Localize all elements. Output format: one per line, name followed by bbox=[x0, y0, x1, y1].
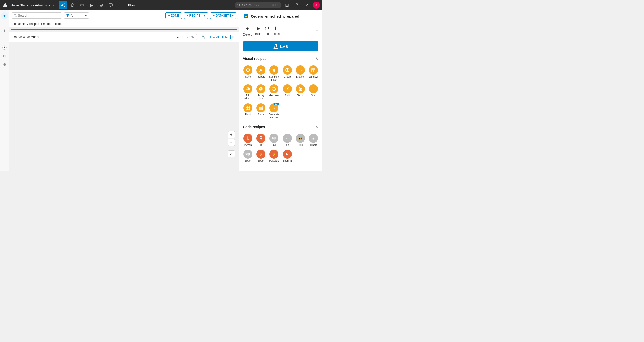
nav-help[interactable]: ? bbox=[293, 1, 301, 9]
model-link[interactable]: 1 model bbox=[41, 22, 51, 26]
canvas-wrap[interactable]: 📁 Orders 📁 Orders bbox=[11, 29, 237, 30]
code-recipes-header: Code recipes ∧ bbox=[239, 122, 322, 132]
recipe-sparkr[interactable]: R Spark R bbox=[281, 149, 293, 163]
recipe-pyspark[interactable]: ⚡ PySpark bbox=[268, 149, 280, 163]
recipe-sample-filter[interactable]: Sample / Filter bbox=[268, 64, 280, 82]
recipe-r[interactable]: R R bbox=[255, 133, 267, 148]
zoom-out-btn[interactable]: − bbox=[228, 139, 235, 146]
recipe-stack[interactable]: Stack bbox=[255, 102, 267, 120]
search-wrap[interactable] bbox=[12, 12, 62, 19]
visual-recipes-title: Visual recipes bbox=[243, 57, 266, 61]
add-dataset-caret[interactable]: ▾ bbox=[230, 14, 234, 17]
group-icon bbox=[283, 65, 292, 75]
flow-actions-label: FLOW ACTIONS bbox=[207, 35, 229, 39]
nav-play[interactable]: ▶ bbox=[88, 1, 96, 9]
spark-orange-icon: ⚡ bbox=[256, 150, 265, 159]
recipe-hive[interactable]: 🐝 Hive bbox=[294, 133, 306, 148]
preview-btn[interactable]: ▲ PREVIEW bbox=[174, 34, 197, 40]
add-zone-btn[interactable]: + ZONE bbox=[165, 12, 182, 19]
recipe-split[interactable]: Split bbox=[281, 83, 293, 101]
nav-external[interactable]: ↗ bbox=[303, 1, 311, 9]
nav-globe[interactable] bbox=[68, 1, 76, 9]
recipe-spark-gray[interactable]: SQL Spark bbox=[242, 149, 254, 163]
build-label: Build bbox=[255, 32, 261, 35]
python-icon: 🐍 bbox=[243, 134, 252, 143]
recipe-geo-join[interactable]: Geo join bbox=[268, 83, 280, 101]
filter-label: All bbox=[71, 14, 74, 17]
preview-label: PREVIEW bbox=[180, 35, 194, 39]
recipe-pivot[interactable]: Pivot bbox=[242, 102, 254, 120]
svg-marker-17 bbox=[66, 14, 69, 17]
nav-more[interactable]: ··· bbox=[116, 1, 124, 9]
topbar: Haiku Starter for Administrator </> ▶ ··… bbox=[0, 0, 322, 10]
recipe-join[interactable]: Join with… bbox=[242, 83, 254, 101]
svg-text:📁: 📁 bbox=[245, 15, 247, 18]
recipe-top-n[interactable]: Top N bbox=[294, 83, 306, 101]
ls-settings2[interactable]: ⚙ bbox=[1, 61, 8, 69]
action-more[interactable]: ··· bbox=[314, 28, 318, 33]
filter-caret: ▾ bbox=[85, 14, 87, 17]
spark-gray-icon: SQL bbox=[243, 150, 252, 159]
svg-point-15 bbox=[14, 14, 16, 16]
nav-share[interactable] bbox=[59, 1, 67, 9]
recipe-shell[interactable]: >_ Shell bbox=[281, 133, 293, 148]
recipe-sync[interactable]: Sync bbox=[242, 64, 254, 82]
recipe-fuzzy-join[interactable]: Fuzzy join bbox=[255, 83, 267, 101]
user-avatar[interactable]: A bbox=[313, 2, 320, 9]
split-icon bbox=[283, 84, 292, 93]
ls-list[interactable]: ☰ bbox=[1, 35, 8, 43]
recipe-impala[interactable]: ◈ Impala bbox=[307, 133, 319, 148]
recipe-generate-features[interactable]: New Generate features bbox=[268, 102, 280, 120]
ls-time[interactable]: 🕐 bbox=[1, 44, 8, 51]
folders-link[interactable]: 2 folders bbox=[53, 22, 64, 26]
filter-btn[interactable]: All ▾ bbox=[64, 12, 89, 19]
zoom-in-btn[interactable]: + bbox=[228, 131, 235, 138]
datasets-link[interactable]: 9 datasets bbox=[12, 22, 25, 26]
search-input[interactable] bbox=[18, 14, 53, 17]
action-export[interactable]: ⬇ Export bbox=[272, 26, 280, 35]
sync-icon bbox=[243, 65, 252, 75]
add-recipe-btn[interactable]: + RECIPE ▾ bbox=[184, 12, 208, 19]
sample-filter-icon bbox=[269, 65, 278, 75]
recipe-distinct[interactable]: Distinct bbox=[294, 64, 306, 82]
view-select[interactable]: 👁 View : default ▾ bbox=[12, 34, 41, 40]
svg-rect-62 bbox=[259, 106, 263, 107]
lab-btn[interactable]: LAB bbox=[243, 41, 318, 51]
fullscreen-btn[interactable]: ⤢ bbox=[228, 150, 235, 157]
sort-icon bbox=[309, 84, 318, 93]
code-recipes-collapse[interactable]: ∧ bbox=[315, 124, 318, 130]
search-icon bbox=[14, 14, 17, 17]
svg-rect-63 bbox=[259, 108, 263, 109]
recipe-python[interactable]: 🐍 Python bbox=[242, 133, 254, 148]
sidebar-title: Orders_enriched_prepared bbox=[251, 14, 299, 18]
view-caret[interactable]: ▾ bbox=[37, 35, 39, 39]
nav-code[interactable]: </> bbox=[78, 1, 86, 9]
ls-plus[interactable]: + bbox=[1, 12, 8, 20]
nav-screen[interactable] bbox=[107, 1, 115, 9]
recipe-sql[interactable]: SQL SQL bbox=[268, 133, 280, 148]
action-build[interactable]: ▶ Build bbox=[255, 26, 261, 35]
nav-apps[interactable]: ⊞ bbox=[283, 1, 291, 9]
recipe-prepare[interactable]: Prepare bbox=[255, 64, 267, 82]
view-label: View : default bbox=[18, 35, 36, 39]
new-badge: New bbox=[274, 103, 279, 105]
recipe-group[interactable]: Group bbox=[281, 64, 293, 82]
ls-history[interactable]: ↺ bbox=[1, 52, 8, 60]
ls-info[interactable]: ℹ bbox=[1, 27, 8, 34]
recipe-window[interactable]: Window bbox=[307, 64, 319, 82]
add-dataset-btn[interactable]: + DATASET ▾ bbox=[210, 12, 236, 19]
visual-recipes-collapse[interactable]: ∧ bbox=[315, 56, 318, 61]
join-label: Join with… bbox=[242, 94, 253, 100]
search-dss[interactable]: Search DSS... ⌘⇧F bbox=[235, 2, 281, 8]
recipe-spark-orange[interactable]: ⚡ Spark bbox=[255, 149, 267, 163]
nav-db[interactable] bbox=[97, 1, 105, 9]
action-explore[interactable]: ⊞ Explore bbox=[243, 25, 252, 36]
add-recipe-caret[interactable]: ▾ bbox=[202, 14, 205, 17]
recipe-sort[interactable]: Sort bbox=[307, 83, 319, 101]
prepare-icon bbox=[256, 65, 265, 75]
recipes-link[interactable]: 7 recipes bbox=[27, 22, 39, 26]
flow-actions-caret[interactable]: ▾ bbox=[230, 35, 234, 39]
action-tag[interactable]: 🏷 Tag bbox=[264, 26, 269, 35]
flow-actions-btn[interactable]: 🔧 FLOW ACTIONS ▾ bbox=[199, 34, 236, 40]
spark-gray-label: Spark bbox=[245, 159, 251, 162]
